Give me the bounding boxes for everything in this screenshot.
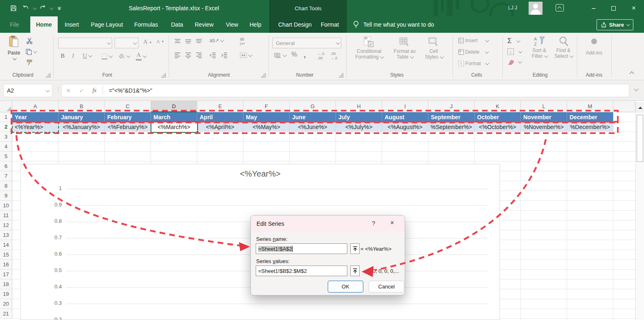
wrap-text-button[interactable]: abc↵ [240, 37, 245, 46]
align-left-button[interactable] [174, 52, 181, 58]
row-header-17[interactable]: 17 [0, 270, 12, 279]
font-size-combo[interactable] [115, 38, 138, 48]
column-header-E[interactable]: E [197, 101, 243, 112]
row-header-19[interactable]: 19 [0, 289, 12, 299]
tab-formulas[interactable]: Formulas [128, 16, 164, 33]
cell-J1[interactable]: September [428, 112, 475, 122]
vertical-scrollbar[interactable] [635, 102, 644, 320]
row-header-4[interactable]: 4 [0, 142, 12, 152]
cell-L1[interactable]: November [521, 112, 567, 122]
column-header-I[interactable]: I [382, 101, 428, 112]
row-header-5[interactable]: 5 [0, 152, 12, 161]
row-header-21[interactable]: 21 [0, 309, 12, 319]
redo-icon[interactable] [37, 3, 48, 13]
format-cells-button[interactable]: Format [458, 61, 488, 66]
clear-button[interactable] [507, 59, 521, 65]
cell-C1[interactable]: February [105, 112, 151, 122]
alignment-dialog-launcher-icon[interactable] [261, 73, 266, 77]
row-header-16[interactable]: 16 [0, 260, 12, 270]
cell-H2[interactable]: <%July%> [336, 122, 382, 132]
tab-format[interactable]: Format [315, 16, 345, 33]
row-header-10[interactable]: 10 [0, 201, 12, 211]
column-header-G[interactable]: G [290, 101, 336, 112]
tab-insert[interactable]: Insert [59, 16, 85, 33]
column-header-B[interactable]: B [59, 101, 105, 112]
insert-cells-button[interactable]: Insert [458, 38, 488, 43]
merge-center-button[interactable] [240, 52, 251, 58]
row-header-3[interactable]: 3 [0, 132, 12, 142]
number-dialog-launcher-icon[interactable] [339, 73, 343, 77]
increase-font-size-button[interactable]: A▲ [143, 39, 152, 45]
align-middle-button[interactable] [185, 39, 191, 44]
name-box[interactable]: A2 [3, 84, 52, 97]
dialog-close-button[interactable]: × [390, 219, 394, 227]
format-painter-button[interactable] [26, 59, 33, 66]
tab-chart-design[interactable]: Chart Design [272, 16, 317, 33]
tab-data[interactable]: Data [165, 16, 189, 33]
tab-page-layout[interactable]: Page Layout [85, 16, 129, 33]
cell-G2[interactable]: <%June%> [290, 122, 336, 132]
fill-button[interactable]: ↓ [507, 48, 521, 55]
cell-G1[interactable]: June [290, 112, 336, 122]
conditional-formatting-button[interactable]: ≠ Conditional Formatting [350, 36, 388, 60]
row-header-14[interactable]: 14 [0, 240, 12, 250]
cell-E2[interactable]: <%April%> [197, 122, 243, 132]
align-center-button[interactable] [185, 52, 191, 58]
cell-C2[interactable]: <%February%> [105, 122, 151, 132]
increase-decimal-button[interactable]: ←.0.00 [317, 52, 324, 61]
column-header-C[interactable]: C [105, 101, 151, 112]
cell-L2[interactable]: %November%> [521, 122, 567, 132]
cancel-formula-icon[interactable]: ✕ [62, 87, 75, 94]
format-as-table-button[interactable]: Format as Table [390, 36, 420, 60]
tab-file[interactable]: File [4, 16, 25, 33]
column-header-D[interactable]: D [151, 101, 197, 112]
percent-style-button[interactable]: % [291, 51, 297, 58]
delete-cells-button[interactable]: Delete [458, 49, 488, 55]
cut-button[interactable] [26, 38, 33, 44]
tab-view[interactable]: View [220, 16, 244, 33]
decrease-indent-button[interactable] [209, 52, 216, 58]
insert-function-icon[interactable]: fx [88, 87, 101, 94]
font-dialog-launcher-icon[interactable] [161, 73, 166, 77]
row-header-7[interactable]: 7 [0, 171, 12, 181]
tab-home[interactable]: Home [30, 16, 58, 33]
tell-me-search[interactable]: Tell me what you want to do [353, 16, 434, 33]
series-values-input[interactable]: =Sheet1!$B$2:$M$2 [256, 266, 347, 276]
italic-button[interactable]: I [72, 52, 74, 59]
tab-review[interactable]: Review [189, 16, 219, 33]
column-header-K[interactable]: K [475, 101, 521, 112]
find-select-button[interactable]: Find & Select [552, 36, 575, 59]
ok-button[interactable]: OK [328, 281, 363, 293]
comma-style-button[interactable]: , [304, 50, 306, 59]
chart-title[interactable]: <%Year%> [21, 169, 500, 179]
copy-button[interactable] [25, 48, 36, 55]
cancel-button[interactable]: Cancel [369, 281, 404, 293]
row-header-6[interactable]: 6 [0, 161, 12, 171]
series-name-input[interactable]: =Sheet1!$A$2 [256, 243, 347, 254]
addins-button[interactable]: Add-ins [579, 37, 609, 56]
row-header-20[interactable]: 20 [0, 299, 12, 309]
restore-button[interactable] [604, 0, 623, 16]
row-header-11[interactable]: 11 [0, 211, 12, 220]
cell-K2[interactable]: <%October%> [475, 122, 521, 132]
cell-J2[interactable]: %September%> [428, 122, 475, 132]
sort-filter-button[interactable]: AZ Sort & Filter [527, 36, 552, 59]
cell-D2[interactable]: <%March%> [151, 122, 197, 132]
minimize-button[interactable]: – [584, 0, 603, 16]
column-header-F[interactable]: F [243, 101, 290, 112]
bold-button[interactable]: B [61, 52, 65, 59]
number-format-combo[interactable]: General [272, 38, 341, 48]
accounting-format-button[interactable] [274, 52, 286, 58]
column-header-L[interactable]: L [521, 101, 567, 112]
scrollbar-thumb[interactable] [637, 115, 643, 162]
scroll-up-icon[interactable] [637, 102, 643, 112]
align-top-button[interactable] [174, 39, 181, 44]
row-header-18[interactable]: 18 [0, 279, 12, 289]
close-button[interactable]: × [624, 0, 643, 16]
row-header-15[interactable]: 15 [0, 250, 12, 260]
redo-dropdown-icon[interactable] [50, 6, 54, 10]
font-color-button[interactable]: A [136, 52, 146, 61]
fill-color-button[interactable] [119, 53, 129, 59]
row-header-12[interactable]: 12 [0, 220, 12, 230]
formula-input[interactable]: ="<%"&D1&"%>" [109, 87, 152, 94]
